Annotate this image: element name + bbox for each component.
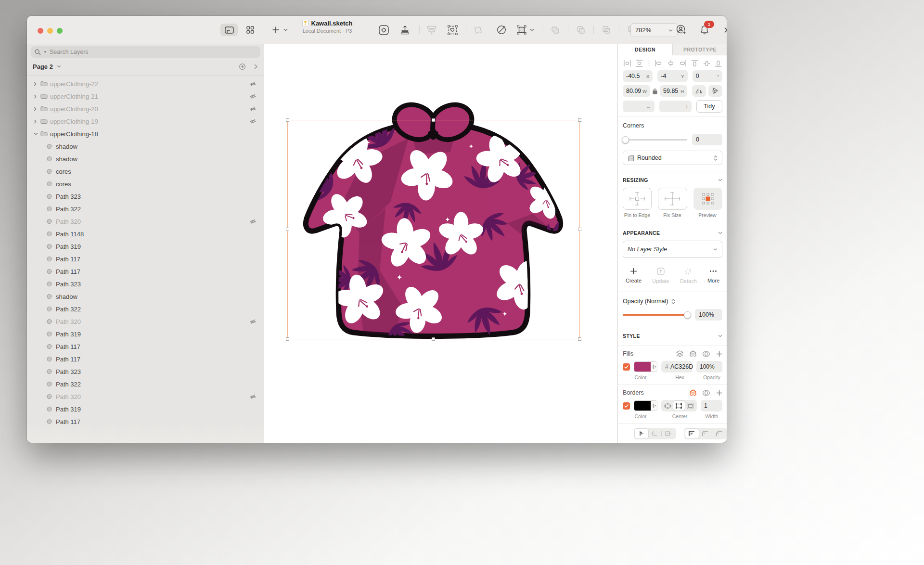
flip-vertical-button[interactable]	[708, 85, 722, 97]
border-enabled-checkbox[interactable]	[623, 402, 630, 410]
more-styles-button[interactable]: More	[707, 268, 719, 284]
layer-row[interactable]: Path 320	[27, 215, 264, 228]
frame-chevron-icon[interactable]	[530, 28, 534, 31]
border-blend-icon[interactable]	[703, 390, 710, 396]
pages-expand-chevron-icon[interactable]	[254, 64, 257, 69]
scale-icon-disabled[interactable]	[426, 24, 437, 36]
layer-row[interactable]: cores	[27, 178, 264, 190]
hidden-eye-icon[interactable]	[249, 318, 257, 327]
fill-color-swatch[interactable]	[634, 361, 657, 372]
minimize-button[interactable]	[47, 28, 53, 34]
distribute-horizontal-icon[interactable]	[624, 60, 631, 66]
miter-join-option[interactable]	[685, 429, 699, 438]
opacity-label[interactable]: Opacity (Normal)	[623, 298, 668, 305]
intersect-icon-disabled[interactable]	[601, 24, 612, 36]
border-width-field[interactable]: 1	[701, 400, 722, 411]
layer-group-row[interactable]: upperClothing-19	[27, 115, 264, 128]
layer-row[interactable]: Path 323	[27, 278, 264, 290]
hidden-eye-icon[interactable]	[249, 118, 257, 127]
select-group-icon[interactable]	[447, 24, 458, 36]
create-artboard-icon[interactable]	[399, 24, 411, 36]
hidden-eye-icon[interactable]	[249, 105, 257, 114]
layer-row[interactable]: Path 322	[27, 303, 264, 315]
layer-group-row[interactable]: upperClothing-22	[27, 77, 264, 90]
y-position-field[interactable]: -4Y	[657, 70, 687, 82]
layer-row[interactable]: Path 323	[27, 365, 264, 378]
disclosure-chevron-icon[interactable]	[34, 82, 40, 86]
round-cap-option[interactable]	[648, 429, 662, 438]
fill-presets-icon[interactable]	[676, 350, 683, 357]
hawaiian-shirt-artwork[interactable]	[264, 44, 617, 443]
border-center-option[interactable]	[673, 401, 684, 411]
fill-hex-field[interactable]: # AC326D	[661, 361, 693, 372]
corner-style-dropdown[interactable]: Rounded	[623, 151, 722, 165]
opacity-value[interactable]: 100%	[695, 309, 722, 321]
rotation-field[interactable]: 0°	[693, 70, 722, 82]
align-left-icon[interactable]	[655, 60, 662, 66]
corner-radius-slider[interactable]	[623, 139, 687, 141]
round-join-option[interactable]	[699, 429, 712, 438]
grid-view-button[interactable]	[242, 24, 259, 36]
resizing-header[interactable]: RESIZING	[623, 171, 722, 188]
layer-row[interactable]: Path 322	[27, 378, 264, 390]
align-right-icon[interactable]	[680, 60, 686, 66]
layer-row[interactable]: Path 117	[27, 415, 264, 428]
corner-radius-value[interactable]: 0	[692, 134, 722, 145]
detach-style-button[interactable]: Detach	[680, 268, 697, 284]
lock-ratio-icon[interactable]	[653, 88, 657, 94]
add-border-icon[interactable]	[716, 390, 722, 396]
vertical-spacing-field[interactable]: ↕	[659, 101, 691, 112]
layer-row[interactable]: Path 320	[27, 390, 264, 403]
height-field[interactable]: 59.85H	[660, 85, 687, 97]
more-toolbar-items-icon[interactable]	[722, 24, 727, 36]
disclosure-chevron-icon[interactable]	[34, 132, 40, 135]
fix-size-button[interactable]	[658, 188, 687, 210]
x-position-field[interactable]: -40.5X	[623, 70, 653, 82]
layer-row[interactable]: Path 319	[27, 240, 264, 253]
layer-row[interactable]: Path 117	[27, 265, 264, 278]
flip-horizontal-button[interactable]	[692, 85, 706, 97]
page-chevron-icon[interactable]	[57, 65, 61, 68]
align-top-icon[interactable]	[692, 60, 698, 67]
bevel-join-option[interactable]	[712, 429, 726, 438]
appearance-header[interactable]: APPEARANCE	[623, 224, 722, 241]
close-button[interactable]	[38, 28, 43, 34]
rotate-icon[interactable]	[496, 24, 507, 36]
page-name[interactable]: Page 2	[33, 63, 53, 70]
fill-settings-gear-icon[interactable]	[690, 350, 696, 357]
border-outside-option[interactable]	[685, 401, 696, 411]
layer-row[interactable]: Path 322	[27, 203, 264, 215]
align-bottom-icon[interactable]	[715, 60, 721, 67]
disclosure-chevron-icon[interactable]	[34, 94, 40, 99]
add-page-icon[interactable]	[239, 64, 245, 70]
update-style-button[interactable]: Update	[652, 268, 669, 284]
layer-row[interactable]: shadow	[27, 153, 264, 165]
border-picker-flap[interactable]	[651, 401, 657, 411]
layer-row[interactable]: Path 117	[27, 340, 264, 353]
fullscreen-button[interactable]	[57, 28, 63, 34]
disclosure-chevron-icon[interactable]	[34, 107, 40, 111]
fill-blend-icon[interactable]	[703, 351, 710, 357]
insert-symbol-icon[interactable]	[378, 24, 389, 36]
opacity-slider[interactable]	[623, 314, 690, 316]
layer-row[interactable]: Path 320	[27, 315, 264, 328]
hidden-eye-icon[interactable]	[249, 393, 257, 402]
style-header[interactable]: STYLE	[623, 327, 722, 344]
layer-row[interactable]: Path 323	[27, 190, 264, 203]
layer-row[interactable]: Path 117	[27, 353, 264, 365]
tab-prototype[interactable]: PROTOTYPE	[672, 44, 727, 55]
pin-to-edge-button[interactable]	[623, 188, 652, 210]
layer-row[interactable]: Path 1148	[27, 228, 264, 240]
collaborate-icon[interactable]	[676, 24, 687, 36]
tidy-button[interactable]: Tidy	[696, 100, 722, 113]
layer-group-row[interactable]: upperClothing-20	[27, 103, 264, 115]
disclosure-chevron-icon[interactable]	[34, 119, 40, 124]
border-inside-option[interactable]	[662, 401, 673, 411]
resizing-preview[interactable]	[693, 188, 722, 210]
border-color-swatch[interactable]	[634, 400, 657, 411]
projecting-cap-option[interactable]	[662, 429, 675, 438]
zoom-level-control[interactable]: 782%	[630, 23, 678, 37]
layer-group-row[interactable]: upperClothing-21	[27, 90, 264, 103]
align-center-horizontal-icon[interactable]	[667, 60, 674, 66]
fill-picker-flap[interactable]	[651, 362, 657, 372]
